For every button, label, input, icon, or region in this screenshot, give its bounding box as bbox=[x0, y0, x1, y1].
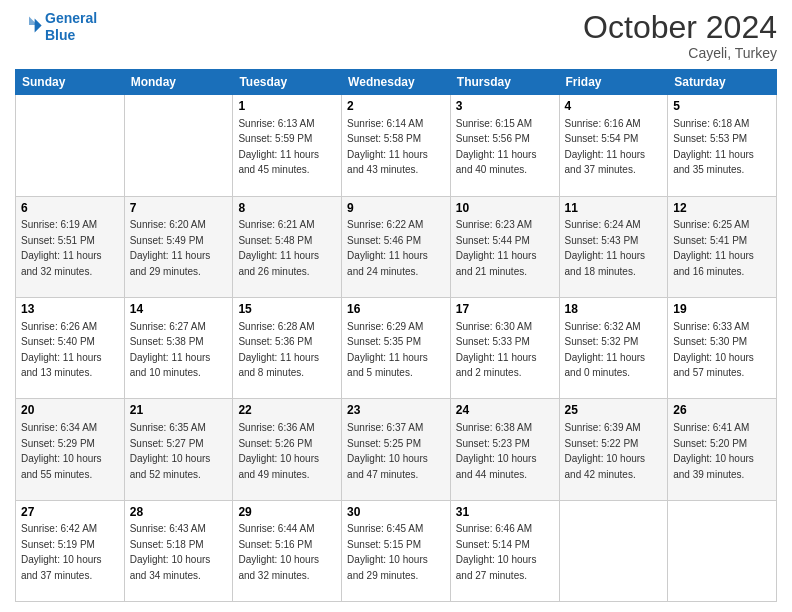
day-number: 18 bbox=[565, 301, 663, 318]
day-info: Sunrise: 6:28 AMSunset: 5:36 PMDaylight:… bbox=[238, 321, 319, 379]
page-container: General Blue October 2024 Cayeli, Turkey… bbox=[0, 0, 792, 612]
calendar-week-row: 1Sunrise: 6:13 AMSunset: 5:59 PMDaylight… bbox=[16, 95, 777, 196]
day-number: 26 bbox=[673, 402, 771, 419]
day-number: 13 bbox=[21, 301, 119, 318]
day-info: Sunrise: 6:14 AMSunset: 5:58 PMDaylight:… bbox=[347, 118, 428, 176]
calendar-day-cell: 18Sunrise: 6:32 AMSunset: 5:32 PMDayligh… bbox=[559, 297, 668, 398]
day-number: 25 bbox=[565, 402, 663, 419]
calendar-day-cell: 6Sunrise: 6:19 AMSunset: 5:51 PMDaylight… bbox=[16, 196, 125, 297]
day-number: 17 bbox=[456, 301, 554, 318]
day-info: Sunrise: 6:38 AMSunset: 5:23 PMDaylight:… bbox=[456, 422, 537, 480]
calendar-header-row: Sunday Monday Tuesday Wednesday Thursday… bbox=[16, 70, 777, 95]
day-info: Sunrise: 6:22 AMSunset: 5:46 PMDaylight:… bbox=[347, 219, 428, 277]
day-number: 5 bbox=[673, 98, 771, 115]
day-info: Sunrise: 6:16 AMSunset: 5:54 PMDaylight:… bbox=[565, 118, 646, 176]
day-number: 8 bbox=[238, 200, 336, 217]
day-number: 23 bbox=[347, 402, 445, 419]
calendar-week-row: 27Sunrise: 6:42 AMSunset: 5:19 PMDayligh… bbox=[16, 500, 777, 601]
day-number: 15 bbox=[238, 301, 336, 318]
day-number: 24 bbox=[456, 402, 554, 419]
day-number: 12 bbox=[673, 200, 771, 217]
day-info: Sunrise: 6:23 AMSunset: 5:44 PMDaylight:… bbox=[456, 219, 537, 277]
day-info: Sunrise: 6:36 AMSunset: 5:26 PMDaylight:… bbox=[238, 422, 319, 480]
day-info: Sunrise: 6:26 AMSunset: 5:40 PMDaylight:… bbox=[21, 321, 102, 379]
day-info: Sunrise: 6:33 AMSunset: 5:30 PMDaylight:… bbox=[673, 321, 754, 379]
day-info: Sunrise: 6:30 AMSunset: 5:33 PMDaylight:… bbox=[456, 321, 537, 379]
logo-text: General Blue bbox=[45, 10, 97, 44]
calendar-day-cell: 25Sunrise: 6:39 AMSunset: 5:22 PMDayligh… bbox=[559, 399, 668, 500]
calendar-day-cell: 21Sunrise: 6:35 AMSunset: 5:27 PMDayligh… bbox=[124, 399, 233, 500]
day-info: Sunrise: 6:44 AMSunset: 5:16 PMDaylight:… bbox=[238, 523, 319, 581]
calendar-day-cell: 7Sunrise: 6:20 AMSunset: 5:49 PMDaylight… bbox=[124, 196, 233, 297]
title-block: October 2024 Cayeli, Turkey bbox=[583, 10, 777, 61]
day-info: Sunrise: 6:19 AMSunset: 5:51 PMDaylight:… bbox=[21, 219, 102, 277]
day-number: 2 bbox=[347, 98, 445, 115]
day-info: Sunrise: 6:24 AMSunset: 5:43 PMDaylight:… bbox=[565, 219, 646, 277]
day-number: 1 bbox=[238, 98, 336, 115]
day-number: 4 bbox=[565, 98, 663, 115]
calendar-day-cell: 29Sunrise: 6:44 AMSunset: 5:16 PMDayligh… bbox=[233, 500, 342, 601]
calendar-day-cell: 3Sunrise: 6:15 AMSunset: 5:56 PMDaylight… bbox=[450, 95, 559, 196]
day-info: Sunrise: 6:35 AMSunset: 5:27 PMDaylight:… bbox=[130, 422, 211, 480]
day-number: 9 bbox=[347, 200, 445, 217]
logo-icon bbox=[15, 13, 43, 41]
calendar-day-cell: 31Sunrise: 6:46 AMSunset: 5:14 PMDayligh… bbox=[450, 500, 559, 601]
day-number: 28 bbox=[130, 504, 228, 521]
header-saturday: Saturday bbox=[668, 70, 777, 95]
calendar-day-cell: 17Sunrise: 6:30 AMSunset: 5:33 PMDayligh… bbox=[450, 297, 559, 398]
calendar-day-cell: 14Sunrise: 6:27 AMSunset: 5:38 PMDayligh… bbox=[124, 297, 233, 398]
header: General Blue October 2024 Cayeli, Turkey bbox=[15, 10, 777, 61]
calendar-day-cell: 5Sunrise: 6:18 AMSunset: 5:53 PMDaylight… bbox=[668, 95, 777, 196]
day-number: 11 bbox=[565, 200, 663, 217]
day-info: Sunrise: 6:41 AMSunset: 5:20 PMDaylight:… bbox=[673, 422, 754, 480]
day-number: 21 bbox=[130, 402, 228, 419]
calendar-week-row: 6Sunrise: 6:19 AMSunset: 5:51 PMDaylight… bbox=[16, 196, 777, 297]
calendar-day-cell: 10Sunrise: 6:23 AMSunset: 5:44 PMDayligh… bbox=[450, 196, 559, 297]
svg-marker-0 bbox=[35, 18, 42, 32]
calendar-day-cell: 30Sunrise: 6:45 AMSunset: 5:15 PMDayligh… bbox=[342, 500, 451, 601]
calendar-day-cell bbox=[668, 500, 777, 601]
day-number: 14 bbox=[130, 301, 228, 318]
day-number: 27 bbox=[21, 504, 119, 521]
day-number: 20 bbox=[21, 402, 119, 419]
day-info: Sunrise: 6:34 AMSunset: 5:29 PMDaylight:… bbox=[21, 422, 102, 480]
header-sunday: Sunday bbox=[16, 70, 125, 95]
calendar-day-cell bbox=[124, 95, 233, 196]
header-wednesday: Wednesday bbox=[342, 70, 451, 95]
day-number: 10 bbox=[456, 200, 554, 217]
calendar-day-cell: 2Sunrise: 6:14 AMSunset: 5:58 PMDaylight… bbox=[342, 95, 451, 196]
calendar-day-cell: 27Sunrise: 6:42 AMSunset: 5:19 PMDayligh… bbox=[16, 500, 125, 601]
logo-general: General bbox=[45, 10, 97, 26]
calendar-week-row: 13Sunrise: 6:26 AMSunset: 5:40 PMDayligh… bbox=[16, 297, 777, 398]
calendar-table: Sunday Monday Tuesday Wednesday Thursday… bbox=[15, 69, 777, 602]
day-number: 31 bbox=[456, 504, 554, 521]
day-info: Sunrise: 6:43 AMSunset: 5:18 PMDaylight:… bbox=[130, 523, 211, 581]
day-info: Sunrise: 6:42 AMSunset: 5:19 PMDaylight:… bbox=[21, 523, 102, 581]
day-info: Sunrise: 6:25 AMSunset: 5:41 PMDaylight:… bbox=[673, 219, 754, 277]
header-thursday: Thursday bbox=[450, 70, 559, 95]
day-number: 16 bbox=[347, 301, 445, 318]
day-info: Sunrise: 6:15 AMSunset: 5:56 PMDaylight:… bbox=[456, 118, 537, 176]
location-subtitle: Cayeli, Turkey bbox=[583, 45, 777, 61]
day-number: 19 bbox=[673, 301, 771, 318]
day-number: 7 bbox=[130, 200, 228, 217]
day-info: Sunrise: 6:21 AMSunset: 5:48 PMDaylight:… bbox=[238, 219, 319, 277]
calendar-day-cell: 16Sunrise: 6:29 AMSunset: 5:35 PMDayligh… bbox=[342, 297, 451, 398]
calendar-week-row: 20Sunrise: 6:34 AMSunset: 5:29 PMDayligh… bbox=[16, 399, 777, 500]
calendar-day-cell bbox=[16, 95, 125, 196]
day-info: Sunrise: 6:46 AMSunset: 5:14 PMDaylight:… bbox=[456, 523, 537, 581]
day-info: Sunrise: 6:37 AMSunset: 5:25 PMDaylight:… bbox=[347, 422, 428, 480]
calendar-day-cell: 22Sunrise: 6:36 AMSunset: 5:26 PMDayligh… bbox=[233, 399, 342, 500]
calendar-day-cell: 19Sunrise: 6:33 AMSunset: 5:30 PMDayligh… bbox=[668, 297, 777, 398]
day-info: Sunrise: 6:18 AMSunset: 5:53 PMDaylight:… bbox=[673, 118, 754, 176]
calendar-day-cell: 20Sunrise: 6:34 AMSunset: 5:29 PMDayligh… bbox=[16, 399, 125, 500]
day-info: Sunrise: 6:29 AMSunset: 5:35 PMDaylight:… bbox=[347, 321, 428, 379]
calendar-day-cell: 24Sunrise: 6:38 AMSunset: 5:23 PMDayligh… bbox=[450, 399, 559, 500]
calendar-day-cell bbox=[559, 500, 668, 601]
day-info: Sunrise: 6:27 AMSunset: 5:38 PMDaylight:… bbox=[130, 321, 211, 379]
calendar-day-cell: 13Sunrise: 6:26 AMSunset: 5:40 PMDayligh… bbox=[16, 297, 125, 398]
day-info: Sunrise: 6:32 AMSunset: 5:32 PMDaylight:… bbox=[565, 321, 646, 379]
day-info: Sunrise: 6:20 AMSunset: 5:49 PMDaylight:… bbox=[130, 219, 211, 277]
calendar-day-cell: 28Sunrise: 6:43 AMSunset: 5:18 PMDayligh… bbox=[124, 500, 233, 601]
day-info: Sunrise: 6:39 AMSunset: 5:22 PMDaylight:… bbox=[565, 422, 646, 480]
